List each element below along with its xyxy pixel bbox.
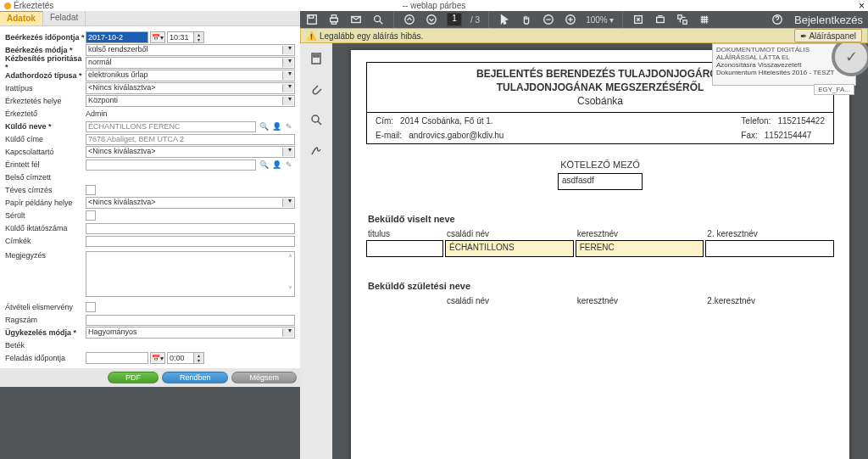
svg-rect-4 (331, 15, 336, 19)
calendar-icon[interactable]: 📅▾ (150, 31, 165, 43)
label-tel: Telefon: (741, 116, 771, 126)
svg-point-7 (375, 16, 381, 22)
label-arrive-time: Beérkezés időpontja * (5, 33, 86, 42)
page-up-icon[interactable] (403, 13, 416, 26)
label-note: Megjegyzés (5, 251, 86, 260)
mandatory-label: KÖTELEZŐ MEZŐ (366, 160, 834, 170)
search-icon[interactable]: 🔍 (258, 159, 270, 171)
pointer-icon[interactable] (498, 13, 511, 26)
svg-point-9 (405, 15, 415, 25)
col-family-b: családi név (447, 296, 574, 305)
svg-rect-2 (309, 15, 314, 19)
calendar-icon[interactable]: 📅▾ (150, 352, 165, 364)
contact-select[interactable]: <Nincs kiválasztva> (86, 146, 295, 158)
carrier-select[interactable]: elektronikus űrlap (86, 70, 295, 81)
tab-feladat[interactable]: Feladat (43, 11, 86, 25)
svg-rect-5 (331, 22, 336, 25)
label-priority: Kézbesítés prioritása * (5, 54, 86, 71)
label-mail: E-mail: (376, 131, 402, 140)
paper-select[interactable]: <Nincs kiválasztva> (86, 197, 295, 209)
signature-stamp: DOKUMENTUMOT DIGITÁLIS ALÁÍRÁSSAL LÁTTA … (712, 43, 856, 86)
svg-point-10 (427, 15, 437, 25)
arrive-date-input[interactable]: 2017-10-2 (86, 31, 148, 43)
person-icon[interactable]: 👤 (270, 159, 282, 171)
warning-icon: ⚠️ (306, 31, 316, 41)
label-doctype: Irattípus (5, 84, 86, 92)
col-first-b: keresztnév (577, 296, 704, 305)
label-batch: Beték (5, 341, 86, 350)
tool-icon-4[interactable] (698, 13, 711, 26)
affected-input[interactable] (86, 160, 256, 171)
search-icon[interactable]: 🔍 (258, 120, 270, 132)
help-icon[interactable] (771, 13, 784, 26)
search-icon[interactable] (371, 13, 385, 26)
sign-tool-icon[interactable] (309, 143, 323, 159)
svg-line-8 (380, 21, 383, 25)
page-down-icon[interactable] (425, 13, 438, 26)
label-sender-regnum: Küldő iktatószáma (5, 224, 86, 232)
label-case: Ügykezelés módja * (5, 328, 86, 337)
doctype-select[interactable]: <Nincs kiválasztva> (86, 82, 295, 94)
field-titulus (366, 240, 443, 257)
zoom-level[interactable]: 100% ▾ (586, 15, 614, 25)
stamp-badge: EGY_FA... (814, 84, 854, 95)
label-sticker: Ragszám (5, 316, 86, 324)
damaged-checkbox[interactable] (86, 210, 96, 221)
sent-date-input[interactable] (86, 352, 148, 364)
thumbnails-icon[interactable] (309, 52, 323, 67)
col-first: keresztnév (577, 229, 704, 238)
signature-icon: ✒ (800, 31, 807, 41)
tool-icon-2[interactable] (654, 13, 667, 26)
edit-icon[interactable]: ✎ (283, 159, 295, 171)
arrive-mode-select[interactable]: külső rendszerből (86, 44, 295, 56)
label-location: Érkeztetés helye (5, 97, 86, 105)
mail-icon[interactable] (349, 13, 363, 26)
label-ack: Átvételi elismervény (5, 303, 86, 311)
tool-icon-3[interactable] (676, 13, 689, 26)
cancel-button[interactable]: Mégsem (231, 372, 297, 383)
col-family: családi név (447, 229, 574, 238)
svg-rect-22 (314, 55, 319, 57)
location-select[interactable]: Központi (86, 95, 295, 107)
case-select[interactable]: Hagyományos (86, 327, 295, 339)
page-number-input[interactable]: 1 (447, 13, 462, 26)
svg-point-0 (4, 3, 11, 9)
signature-panel-button[interactable]: ✒ Aláíráspanel (794, 29, 862, 42)
print-icon[interactable] (327, 13, 341, 26)
tool-icon-1[interactable] (632, 13, 645, 26)
zoom-in-icon[interactable] (564, 13, 577, 26)
person-icon[interactable]: 👤 (270, 120, 282, 132)
tags-input[interactable] (86, 236, 295, 247)
sender-addr-input[interactable] (86, 134, 295, 145)
field-first: FERENC (576, 240, 704, 257)
save-icon[interactable] (305, 13, 319, 26)
sender-input[interactable] (86, 121, 256, 132)
page-total: / 3 (470, 15, 480, 25)
tab-adatok[interactable]: Adatok (0, 11, 43, 25)
col-first2-b: 2.keresztnév (707, 296, 834, 305)
warning-text: Legalább egy aláírás hibás. (320, 31, 423, 41)
attachment-icon[interactable] (309, 82, 323, 98)
sent-time-input[interactable]: 0:00▴▾ (167, 352, 204, 364)
window-title: Érkeztetés (3, 1, 53, 10)
label-paper: Papír példány helye (5, 199, 86, 207)
edit-icon[interactable]: ✎ (283, 120, 295, 132)
field-family: ÉCHANTILLONS (445, 240, 574, 257)
arrive-time-input[interactable]: 10:31▴▾ (167, 31, 204, 43)
priority-select[interactable]: normál (86, 57, 295, 69)
hand-icon[interactable] (520, 13, 533, 26)
note-textarea[interactable]: ˄˅ (86, 251, 295, 297)
pdf-button[interactable]: PDF (108, 372, 159, 383)
zoom-tool-icon[interactable] (309, 113, 323, 128)
sticker-input[interactable] (86, 315, 295, 326)
sender-regnum-input[interactable] (86, 223, 295, 234)
ok-button[interactable]: Rendben (162, 372, 229, 383)
ack-checkbox[interactable] (86, 302, 96, 312)
zoom-out-icon[interactable] (542, 13, 555, 26)
label-internal: Belső címzett (5, 173, 86, 182)
login-link[interactable]: Bejelentkezés (794, 14, 863, 26)
wrong-checkbox[interactable] (86, 185, 96, 195)
value-tel: 1152154422 (777, 116, 825, 126)
close-icon[interactable]: × (859, 0, 865, 12)
section-szuletesi: Beküldő születési neve (368, 281, 834, 291)
